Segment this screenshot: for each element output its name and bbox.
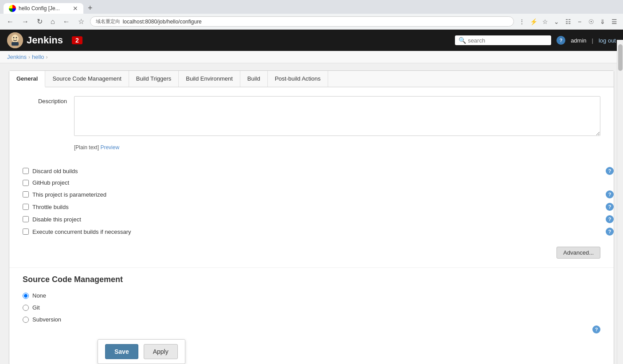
breadcrumb-hello[interactable]: hello bbox=[32, 54, 44, 60]
jenkins-header: Jenkins 2 🔍 ? admin | log out bbox=[0, 30, 623, 51]
disable-project-label[interactable]: Disable this project bbox=[32, 216, 81, 223]
browser-window: hello Config [Je... ✕ + ← → ↻ ⌂ ← ☆ 域名重定… bbox=[0, 0, 623, 364]
tab-general[interactable]: General bbox=[9, 71, 45, 87]
concurrent-builds-help-icon[interactable]: ? bbox=[606, 228, 614, 236]
checkbox-row-throttle-builds: Throttle builds ? bbox=[23, 201, 614, 213]
notification-badge[interactable]: 2 bbox=[72, 36, 82, 44]
checkbox-left-github: GitHub project bbox=[23, 179, 69, 186]
shield-icon[interactable]: ☉ bbox=[587, 17, 596, 26]
bookmark-button[interactable]: ☆ bbox=[76, 16, 86, 27]
tab-build-triggers[interactable]: Build Triggers bbox=[129, 71, 179, 87]
parameterized-help-icon[interactable]: ? bbox=[606, 190, 614, 198]
concurrent-builds-checkbox[interactable] bbox=[23, 228, 29, 235]
back-button-2[interactable]: ← bbox=[61, 17, 72, 27]
scm-subversion-label[interactable]: Subversion bbox=[32, 316, 61, 323]
search-input[interactable] bbox=[468, 37, 548, 44]
discard-builds-help-icon[interactable]: ? bbox=[606, 167, 614, 175]
scm-help-icon[interactable]: ? bbox=[592, 325, 600, 333]
header-help-button[interactable]: ? bbox=[556, 36, 565, 45]
description-textarea[interactable] bbox=[74, 96, 600, 136]
checkbox-row-disable-project: Disable this project ? bbox=[23, 213, 614, 225]
scrollbar-thumb[interactable] bbox=[618, 44, 623, 71]
active-tab[interactable]: hello Config [Je... ✕ bbox=[4, 3, 83, 14]
parameterized-checkbox[interactable] bbox=[23, 191, 29, 197]
grid-icon[interactable]: ⋮ bbox=[517, 17, 526, 26]
checkbox-row-concurrent-builds: Execute concurrent builds if necessary ? bbox=[23, 225, 614, 238]
scm-git-radio[interactable] bbox=[23, 305, 29, 311]
config-panel: General Source Code Management Build Tri… bbox=[9, 70, 614, 364]
address-bar[interactable]: 域名重定向 localhost:8080/job/hello/configure bbox=[90, 16, 514, 27]
preview-link[interactable]: Preview bbox=[100, 144, 119, 151]
throttle-builds-help-icon[interactable]: ? bbox=[606, 203, 614, 211]
advanced-button[interactable]: Advanced... bbox=[556, 247, 600, 259]
description-row: Description bbox=[23, 96, 600, 137]
apply-button[interactable]: Apply bbox=[144, 344, 178, 359]
logout-link[interactable]: log out bbox=[599, 37, 616, 44]
search-box[interactable]: 🔍 bbox=[455, 35, 551, 45]
tab-title: hello Config [Je... bbox=[19, 5, 70, 12]
tab-favicon bbox=[9, 5, 16, 12]
form-content: Description [Plain text] Preview bbox=[9, 87, 614, 165]
discard-builds-checkbox[interactable] bbox=[23, 168, 29, 174]
advanced-btn-row: Advanced... bbox=[9, 242, 614, 267]
concurrent-builds-label[interactable]: Execute concurrent builds if necessary bbox=[32, 228, 131, 235]
menu-icon[interactable]: ☰ bbox=[610, 17, 619, 26]
scrollbar-track bbox=[617, 40, 623, 364]
scm-none-label[interactable]: None bbox=[32, 292, 46, 299]
checkbox-section: Discard old builds ? GitHub project bbox=[9, 165, 614, 242]
parameterized-label[interactable]: This project is parameterized bbox=[32, 191, 106, 198]
home-button[interactable]: ⌂ bbox=[48, 17, 57, 27]
shield-minus-icon[interactable]: − bbox=[575, 17, 584, 26]
redirect-label: 域名重定向 bbox=[96, 18, 120, 25]
breadcrumb-sep-1: › bbox=[28, 54, 30, 60]
tab-close-button[interactable]: ✕ bbox=[73, 5, 78, 12]
throttle-builds-checkbox[interactable] bbox=[23, 204, 29, 210]
scm-git-label[interactable]: Git bbox=[32, 304, 40, 311]
throttle-builds-label[interactable]: Throttle builds bbox=[32, 204, 69, 210]
save-button[interactable]: Save bbox=[105, 344, 138, 359]
checkbox-row-github-project: GitHub project bbox=[23, 177, 614, 188]
tab-build-environment[interactable]: Build Environment bbox=[179, 71, 240, 87]
svg-rect-4 bbox=[12, 42, 19, 46]
toolbar-icons: ⋮ ⚡ ☆ ⌄ ☷ − ☉ ⇓ ☰ bbox=[517, 17, 619, 26]
description-field bbox=[74, 96, 600, 137]
apps-icon[interactable]: ☷ bbox=[564, 17, 572, 26]
tab-source-code-management[interactable]: Source Code Management bbox=[45, 71, 129, 87]
jenkins-logo: Jenkins bbox=[7, 32, 63, 48]
github-project-label[interactable]: GitHub project bbox=[32, 179, 69, 186]
browser-toolbar: ← → ↻ ⌂ ← ☆ 域名重定向 localhost:8080/job/hel… bbox=[0, 14, 623, 30]
jenkins-avatar bbox=[7, 32, 23, 48]
back-button[interactable]: ← bbox=[4, 17, 16, 27]
github-project-checkbox[interactable] bbox=[23, 180, 29, 186]
checkbox-left-discard: Discard old builds bbox=[23, 168, 78, 174]
lightning-icon[interactable]: ⚡ bbox=[529, 17, 538, 26]
browser-tab-bar: hello Config [Je... ✕ + bbox=[0, 0, 623, 14]
tab-bar: General Source Code Management Build Tri… bbox=[9, 71, 614, 87]
refresh-button[interactable]: ↻ bbox=[35, 16, 45, 27]
checkbox-row-parameterized: This project is parameterized ? bbox=[23, 188, 614, 201]
main-content: General Source Code Management Build Tri… bbox=[0, 63, 623, 364]
disable-project-help-icon[interactable]: ? bbox=[606, 215, 614, 223]
url-text: localhost:8080/job/hello/configure bbox=[123, 19, 202, 25]
scm-subversion-radio[interactable] bbox=[23, 317, 29, 323]
breadcrumb-jenkins[interactable]: Jenkins bbox=[7, 54, 27, 60]
source-code-title: Source Code Management bbox=[9, 267, 614, 290]
tab-post-build-actions[interactable]: Post-build Actions bbox=[268, 71, 328, 87]
new-tab-button[interactable]: + bbox=[85, 3, 95, 14]
tab-build[interactable]: Build bbox=[240, 71, 268, 87]
scm-none-row: None bbox=[23, 290, 600, 302]
download-icon[interactable]: ⇓ bbox=[598, 17, 607, 26]
checkbox-left-concurrent: Execute concurrent builds if necessary bbox=[23, 228, 131, 235]
breadcrumb: Jenkins › hello › bbox=[0, 51, 623, 63]
forward-button[interactable]: → bbox=[20, 17, 31, 27]
discard-builds-label[interactable]: Discard old builds bbox=[32, 168, 78, 174]
svg-point-2 bbox=[13, 37, 15, 39]
plain-text-row: [Plain text] Preview bbox=[74, 144, 600, 151]
breadcrumb-sep-2: › bbox=[46, 54, 48, 60]
disable-project-checkbox[interactable] bbox=[23, 216, 29, 222]
checkbox-left-throttle: Throttle builds bbox=[23, 204, 69, 210]
chevron-icon[interactable]: ⌄ bbox=[552, 17, 561, 26]
checkbox-left-disable: Disable this project bbox=[23, 216, 81, 223]
scm-none-radio[interactable] bbox=[23, 293, 29, 299]
star-icon[interactable]: ☆ bbox=[541, 17, 549, 26]
